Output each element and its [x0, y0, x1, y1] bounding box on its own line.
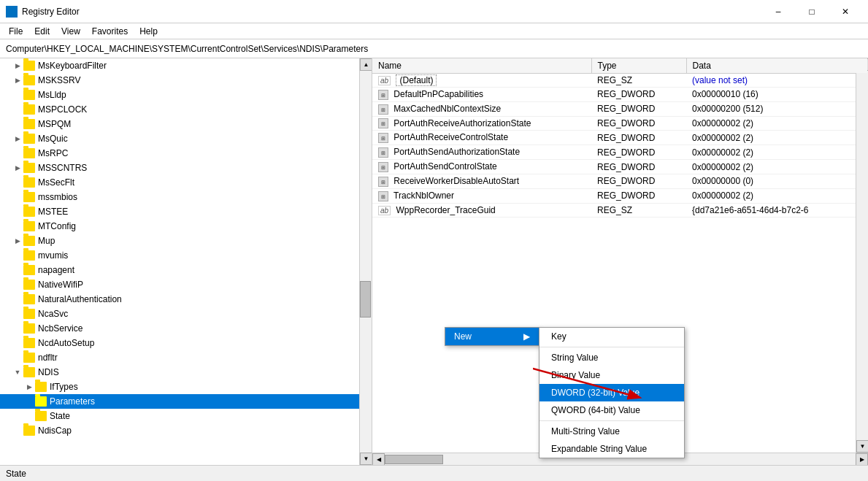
folder-icon [23, 207, 35, 217]
table-row[interactable]: ⊞ DefaultPnPCapabilities REG_DWORD 0x000… [372, 88, 868, 102]
default-value-label: (Default) [396, 74, 437, 86]
tree-item-NDIS[interactable]: ▼ NDIS [0, 365, 372, 380]
expand-icon[interactable]: ▶ [12, 74, 23, 86]
right-scroll-down[interactable]: ▼ [856, 440, 868, 453]
sub-item-qword-value[interactable]: QWORD (64-bit) Value [539, 401, 684, 419]
sub-item-multi-string[interactable]: Multi-String Value [539, 423, 684, 440]
type-icon-dword: ⊞ [378, 118, 388, 128]
tree-item-napagent[interactable]: napagent [0, 263, 372, 277]
new-menu-item[interactable]: New ▶ [445, 328, 539, 345]
expand-icon[interactable]: ▶ [12, 235, 23, 247]
menu-view[interactable]: View [55, 25, 86, 38]
tree-item-NdisCap[interactable]: NdisCap [0, 423, 372, 438]
registry-table: Name Type Data ab (Default) REG_SZ [372, 58, 868, 218]
tree-item-MSKSSRV[interactable]: ▶ MSKSSRV [0, 73, 372, 88]
tree-item-MTConfig[interactable]: MTConfig [0, 219, 372, 234]
tree-item-MsLldp[interactable]: MsLldp [0, 88, 372, 102]
menu-edit[interactable]: Edit [28, 25, 55, 38]
sub-item-dword-value[interactable]: DWORD (32-bit) Value [539, 384, 684, 401]
tree-item-IfTypes[interactable]: ▶ IfTypes [0, 380, 372, 394]
table-row[interactable]: ⊞ PortAuthReceiveControlState REG_DWORD … [372, 131, 868, 145]
tree-label: MsQuic [38, 134, 68, 144]
tree-item-NaturalAuthentication[interactable]: NaturalAuthentication [0, 292, 372, 307]
tree-item-NcbService[interactable]: NcbService [0, 321, 372, 336]
sub-item-key[interactable]: Key [539, 328, 684, 345]
tree-item-MsKeyboardFilter[interactable]: ▶ MsKeyboardFilter [0, 58, 372, 73]
tree-item-Parameters[interactable]: Parameters [0, 394, 372, 409]
tree-item-State[interactable]: State [0, 409, 372, 423]
maximize-button[interactable]: □ [795, 0, 829, 23]
col-name[interactable]: Name [372, 58, 591, 74]
folder-icon [23, 177, 35, 188]
col-type[interactable]: Type [591, 58, 686, 74]
tree-item-MSSCNTRS[interactable]: ▶ MSSCNTRS [0, 161, 372, 175]
right-v-scrollbar[interactable]: ▲ ▼ [856, 58, 868, 453]
folder-icon [35, 411, 47, 421]
tree-item-Mup[interactable]: ▶ Mup [0, 234, 372, 248]
scroll-up-arrow[interactable]: ▲ [360, 58, 372, 71]
tree-item-mssmbios[interactable]: mssmbios [0, 190, 372, 204]
scroll-right-arrow[interactable]: ▶ [856, 453, 868, 465]
scroll-left-arrow[interactable]: ◀ [372, 453, 385, 465]
folder-icon [23, 104, 35, 115]
tree-panel: ▶ MsKeyboardFilter ▶ MSKSSRV MsLldp MSPC… [0, 58, 372, 465]
tree-item-MSPQM[interactable]: MSPQM [0, 117, 372, 131]
menu-favorites[interactable]: Favorites [86, 25, 134, 38]
close-button[interactable]: ✕ [829, 0, 862, 23]
svg-rect-0 [7, 7, 11, 11]
type-icon-dword: ⊞ [378, 177, 388, 187]
minimize-button[interactable]: – [761, 0, 795, 23]
tree-item-MsQuic[interactable]: ▶ MsQuic [0, 131, 372, 146]
folder-icon [35, 396, 47, 407]
table-row[interactable]: ⊞ PortAuthSendControlState REG_DWORD 0x0… [372, 160, 868, 174]
expand-icon[interactable]: ▼ [12, 366, 23, 378]
tree-item-MSPCLOCK[interactable]: MSPCLOCK [0, 102, 372, 117]
folder-icon [23, 192, 35, 202]
sub-item-expandable-string[interactable]: Expandable String Value [539, 440, 684, 458]
tree-item-mvumis[interactable]: mvumis [0, 248, 372, 263]
tree-item-MsSecFlt[interactable]: MsSecFlt [0, 175, 372, 190]
col-data[interactable]: Data [686, 58, 868, 74]
table-row[interactable]: ⊞ PortAuthSendAuthorizationState REG_DWO… [372, 145, 868, 160]
expand-icon[interactable]: ▶ [12, 162, 23, 174]
menu-separator [539, 347, 684, 347]
menu-file[interactable]: File [3, 25, 28, 38]
table-row[interactable]: ⊞ PortAuthReceiveAuthorizationState REG_… [372, 116, 868, 131]
sub-item-string-value[interactable]: String Value [539, 349, 684, 366]
tree-label: MSSCNTRS [38, 163, 87, 173]
tree-item-MSTEE[interactable]: MSTEE [0, 204, 372, 219]
table-row[interactable]: ab (Default) REG_SZ (value not set) [372, 74, 868, 88]
svg-rect-3 [12, 12, 17, 17]
tree-item-MsRPC[interactable]: MsRPC [0, 146, 372, 161]
tree-item-ndfltr[interactable]: ndfltr [0, 350, 372, 365]
address-path[interactable]: Computer\HKEY_LOCAL_MACHINE\SYSTEM\Curre… [6, 44, 368, 54]
tree-item-NativeWifiP[interactable]: NativeWifiP [0, 277, 372, 292]
scroll-down-arrow[interactable]: ▼ [360, 453, 372, 465]
row-data: 0x00000002 (2) [686, 188, 868, 203]
tree-label: NcaSvc [38, 309, 68, 319]
expand-icon[interactable]: ▶ [23, 381, 35, 393]
table-row[interactable]: ab WppRecorder_TraceGuid REG_SZ {dd7a21e… [372, 203, 868, 217]
table-row[interactable]: ⊞ MaxCachedNblContextSize REG_DWORD 0x00… [372, 101, 868, 116]
row-type: REG_SZ [591, 203, 686, 217]
scroll-thumb[interactable] [360, 281, 371, 318]
title-bar-left: Registry Editor [6, 6, 80, 18]
type-icon-dword: ⊞ [378, 191, 388, 201]
tree-scrollbar[interactable]: ▲ ▼ [359, 58, 372, 465]
row-type: REG_DWORD [591, 116, 686, 131]
expand-icon[interactable]: ▶ [12, 133, 23, 145]
tree-item-NcdAutoSetup[interactable]: NcdAutoSetup [0, 336, 372, 350]
h-scroll-thumb[interactable] [385, 455, 443, 464]
table-row[interactable]: ⊞ TrackNblOwner REG_DWORD 0x00000002 (2) [372, 188, 868, 203]
folder-icon [23, 338, 35, 348]
menu-help[interactable]: Help [134, 25, 164, 38]
table-row[interactable]: ⊞ ReceiveWorkerDisableAutoStart REG_DWOR… [372, 174, 868, 188]
sub-item-binary-value[interactable]: Binary Value [539, 366, 684, 384]
type-icon-dword: ⊞ [378, 104, 388, 115]
tree-label: NaturalAuthentication [38, 294, 122, 304]
tree-label: NDIS [38, 367, 59, 377]
tree-label: NcbService [38, 323, 82, 334]
expand-icon[interactable]: ▶ [12, 60, 23, 72]
tree-item-NcaSvc[interactable]: NcaSvc [0, 307, 372, 321]
folder-icon [23, 236, 35, 246]
